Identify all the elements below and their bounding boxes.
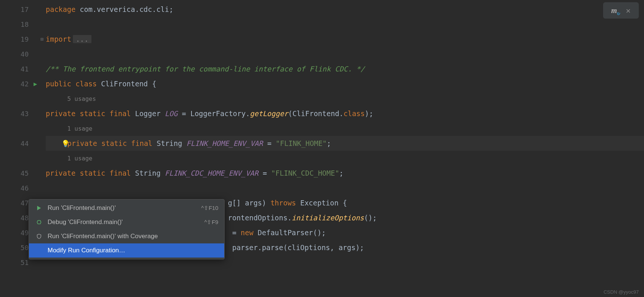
line-number: 47 [20,199,29,207]
close-icon[interactable]: × [626,6,631,15]
menu-label: Modify Run Configuration… [48,247,218,254]
line-number: 42 [20,80,29,88]
line-number: 43 [20,110,29,118]
usages-hint[interactable]: 1 usage [67,155,92,162]
menu-label: Debug 'CliFrontend.main()' [48,218,204,226]
menu-item-run-coverage[interactable]: Run 'CliFrontend.main()' with Coverage [29,229,224,243]
type: String [135,169,165,177]
line-number: 50 [20,244,29,252]
javadoc-comment: /** The frontend entrypoint for the comm… [46,65,365,73]
line-number: 51 [20,259,29,266]
menu-item-run[interactable]: Run 'CliFrontend.main()' ^⇧F10 [29,201,224,215]
line-number: 19 [20,35,29,43]
menu-label: Run 'CliFrontend.main()' with Coverage [48,233,218,240]
type: String [157,139,186,147]
svg-marker-0 [37,206,41,210]
line-number: 18 [20,20,29,28]
menu-item-modify-config[interactable]: Modify Run Configuration… [29,243,224,258]
line-number: 45 [20,169,29,177]
watermark-text: CSDN @yyoc97 [603,289,639,295]
keyword: package [46,5,75,13]
menu-shortcut: ^⇧F9 [204,219,218,226]
string-literal: "FLINK_CDC_HOME" [271,169,339,177]
debug-icon [35,219,43,225]
field-name: FLINK_CDC_HOME_ENV_VAR [165,169,258,177]
string-literal: "FLINK_HOME" [276,139,327,147]
intention-bulb-icon[interactable]: 💡 [61,140,70,147]
keyword: public class [46,80,101,88]
modifiers: private static final [67,139,157,147]
usages-hint[interactable]: 1 usage [67,125,92,132]
line-number: 17 [20,6,29,13]
modifiers: private static final [46,169,135,177]
line-number: 41 [20,65,29,73]
refresh-icon: ↻ [616,11,620,17]
class-name: CliFrontend { [101,80,157,88]
type: Logger [135,109,165,118]
menu-shortcut: ^⇧F10 [201,205,218,211]
coverage-icon [35,233,43,239]
modifiers: private static final [46,109,135,118]
keyword: import [46,35,71,43]
field-name: FLINK_HOME_ENV_VAR [186,139,263,147]
line-number: 49 [20,229,29,237]
usages-hint[interactable]: 5 usages [67,95,96,102]
package-path: com.ververica.cdc.cli; [75,5,173,13]
menu-item-debug[interactable]: Debug 'CliFrontend.main()' ^⇧F9 [29,215,224,229]
line-number: 44 [20,140,29,147]
menu-label: Run 'CliFrontend.main()' [48,204,201,212]
maven-reload-badge: m↻ × [603,2,639,19]
maven-icon[interactable]: m↻ [611,6,617,15]
code-fold-placeholder[interactable]: ... [73,35,91,43]
line-number: 46 [20,184,29,192]
line-number: 40 [20,50,29,58]
method-call: getLogger [250,109,288,118]
run-icon [35,205,43,211]
run-context-menu: Run 'CliFrontend.main()' ^⇧F10 Debug 'Cl… [29,199,225,259]
field-name: LOG [165,109,177,118]
line-number: 48 [20,214,29,222]
